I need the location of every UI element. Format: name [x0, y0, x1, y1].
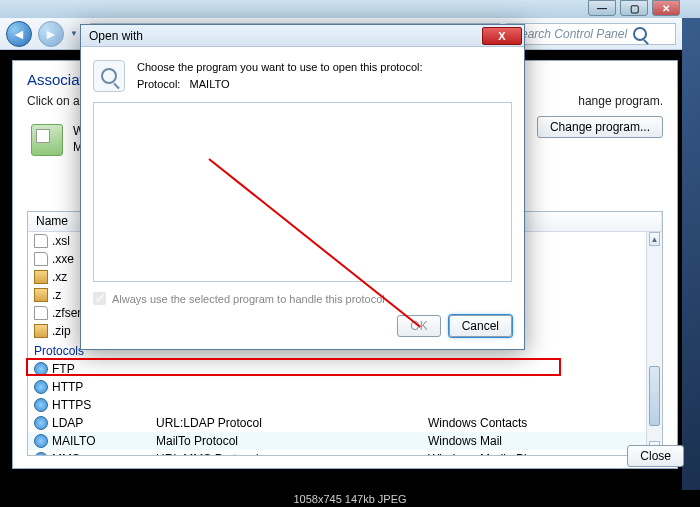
- zip-icon: [34, 270, 48, 284]
- listview-scrollbar[interactable]: ▲ ▼: [646, 232, 662, 455]
- list-row[interactable]: HTTP: [28, 378, 662, 396]
- proto-icon: [34, 380, 48, 394]
- dialog-title: Open with: [89, 29, 143, 43]
- app-icon: [31, 124, 63, 156]
- proto-icon: [34, 416, 48, 430]
- proto-icon: [34, 452, 48, 456]
- program-list[interactable]: [93, 102, 512, 282]
- dialog-ok-button: OK: [397, 315, 440, 337]
- file-icon: [34, 252, 48, 266]
- nav-forward-button: ►: [38, 21, 64, 47]
- dialog-titlebar[interactable]: Open with X: [81, 25, 524, 47]
- proto-icon: [34, 362, 48, 376]
- zip-icon: [34, 288, 48, 302]
- search-box[interactable]: Search Control Panel: [506, 23, 676, 45]
- image-metadata-footer: 1058x745 147kb JPEG: [0, 491, 700, 507]
- list-row[interactable]: MMSURL:MMS ProtocolWindows Media Player: [28, 450, 662, 456]
- list-row[interactable]: LDAPURL:LDAP ProtocolWindows Contacts: [28, 414, 662, 432]
- list-row[interactable]: MAILTOMailTo ProtocolWindows Mail: [28, 432, 662, 450]
- always-use-checkbox: Always use the selected program to handl…: [93, 292, 512, 305]
- change-program-button[interactable]: Change program...: [537, 116, 663, 138]
- search-placeholder: Search Control Panel: [513, 27, 627, 41]
- dialog-protocol-value: MAILTO: [190, 78, 230, 90]
- window-maximize-button[interactable]: ▢: [620, 0, 648, 16]
- list-row[interactable]: FTP: [28, 360, 662, 378]
- dialog-text: Choose the program you want to use to op…: [137, 59, 423, 92]
- open-with-dialog: Open with X Choose the program you want …: [80, 24, 525, 350]
- nav-back-button[interactable]: ◄: [6, 21, 32, 47]
- window-titlebar: — ▢ ✕: [0, 0, 700, 18]
- dialog-icon: [93, 60, 125, 92]
- scrollbar-up[interactable]: ▲: [649, 232, 660, 246]
- search-icon: [633, 27, 647, 41]
- dialog-close-button[interactable]: X: [482, 27, 522, 45]
- file-icon: [34, 234, 48, 248]
- always-use-input: [93, 292, 106, 305]
- scrollbar-thumb[interactable]: [649, 366, 660, 426]
- list-row[interactable]: HTTPS: [28, 396, 662, 414]
- proto-icon: [34, 398, 48, 412]
- window-minimize-button[interactable]: —: [588, 0, 616, 16]
- magnifier-icon: [101, 68, 117, 84]
- desktop-background: [682, 0, 700, 490]
- page-close-button[interactable]: Close: [627, 445, 684, 467]
- window-close-button[interactable]: ✕: [652, 0, 680, 16]
- dialog-cancel-button[interactable]: Cancel: [449, 315, 512, 337]
- file-icon: [34, 306, 48, 320]
- proto-icon: [34, 434, 48, 448]
- zip-icon: [34, 324, 48, 338]
